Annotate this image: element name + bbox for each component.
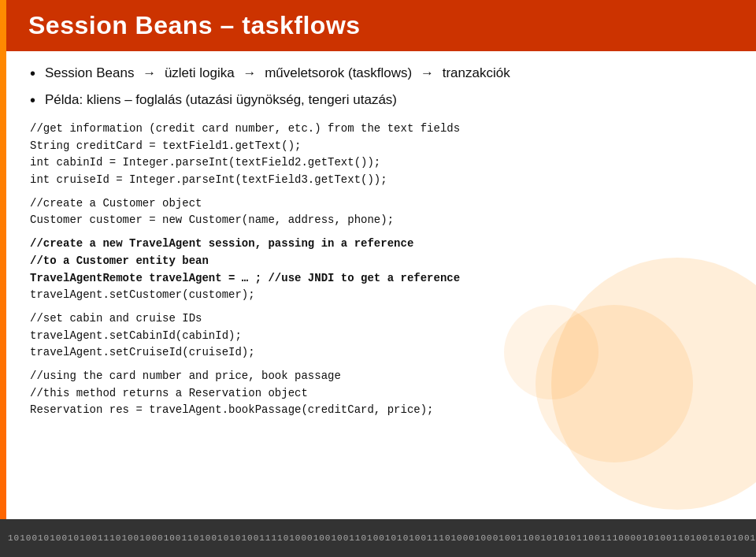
- bullet-item-2: • Példa: kliens – foglalás (utazási ügyn…: [30, 91, 732, 111]
- binary-bar: 1010010100101001110100100010011010010101…: [0, 519, 756, 557]
- bullet-list: • Session Beans → üzleti logika → művele…: [30, 64, 732, 111]
- bullet-text-1: Session Beans → üzleti logika → művelets…: [45, 64, 510, 83]
- bullet-text-2: Példa: kliens – foglalás (utazási ügynök…: [45, 91, 397, 110]
- code-line-3: int cabinId = Integer.parseInt(textField…: [30, 154, 732, 172]
- bullet-dot-2: •: [30, 89, 35, 111]
- code-line-6: Customer customer = new Customer(name, a…: [30, 212, 732, 229]
- code-line-5: //create a Customer object: [30, 195, 732, 213]
- orange-accent-bar: [0, 0, 6, 519]
- bullet-dot-1: •: [30, 62, 35, 84]
- decorative-circle-small: [504, 305, 598, 399]
- code-line-4: int cruiseId = Integer.parseInt(textFiel…: [30, 172, 732, 189]
- bullet-item-1: • Session Beans → üzleti logika → művele…: [30, 64, 732, 84]
- code-line-7: //create a new TravelAgent session, pass…: [30, 236, 732, 253]
- code-line-2: String creditCard = textField1.getText()…: [30, 138, 732, 155]
- binary-text: 1010010100101001110100100010011010010101…: [8, 533, 756, 543]
- slide-container: Session Beans – taskflows • Session Bean…: [0, 0, 756, 557]
- slide-header: Session Beans – taskflows: [6, 0, 756, 51]
- code-line-1: //get information (credit card number, e…: [30, 121, 732, 138]
- slide-title: Session Beans – taskflows: [28, 11, 740, 40]
